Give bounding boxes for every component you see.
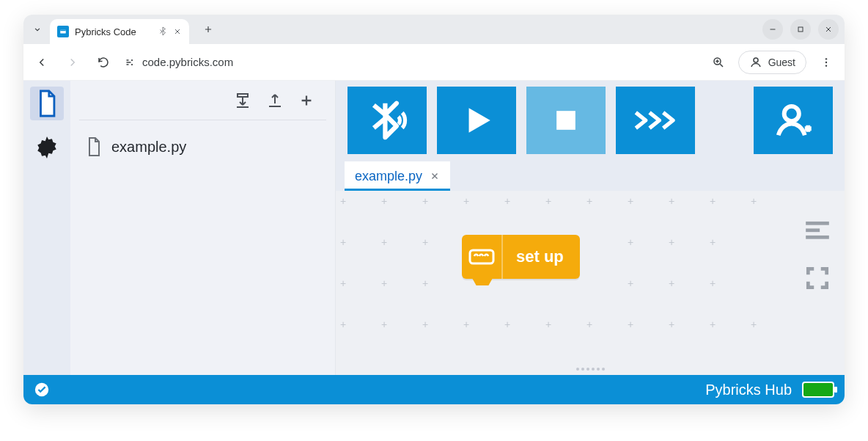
svg-point-6 [754, 58, 758, 62]
export-file-button[interactable] [266, 92, 284, 109]
repl-button[interactable] [616, 87, 695, 154]
svg-rect-17 [806, 236, 829, 239]
import-file-button[interactable] [234, 92, 251, 109]
align-button[interactable] [803, 219, 831, 241]
site-info[interactable]: code.pybricks.com [123, 56, 233, 69]
file-list: example.py [70, 120, 335, 173]
editor-tabs: example.py [336, 160, 845, 191]
browser-titlebar: Pybricks Code [23, 15, 845, 44]
profile-button[interactable]: Guest [738, 51, 806, 74]
hub-icon [462, 235, 503, 279]
reload-button[interactable] [92, 51, 114, 73]
site-settings-icon [123, 56, 136, 69]
browser-window: Pybricks Code code.pybricks.com [23, 15, 845, 404]
svg-point-13 [784, 106, 799, 121]
new-tab-button[interactable] [198, 19, 218, 40]
address-bar: code.pybricks.com Guest [23, 44, 845, 81]
file-item[interactable]: example.py [76, 129, 329, 164]
favicon-icon [57, 26, 69, 37]
play-icon [458, 102, 495, 139]
url-text: code.pybricks.com [142, 56, 233, 68]
new-file-button[interactable] [298, 92, 315, 109]
svg-rect-15 [806, 222, 829, 225]
svg-point-8 [825, 61, 827, 62]
svg-rect-11 [238, 94, 248, 97]
svg-rect-2 [798, 27, 803, 32]
editor-tab-label: example.py [355, 169, 422, 184]
battery-icon [802, 382, 834, 398]
bluetooth-indicator-icon [158, 26, 167, 37]
stop-button[interactable] [526, 87, 606, 154]
svg-point-9 [825, 65, 827, 66]
status-bar: Pybricks Hub [23, 375, 845, 404]
file-icon [85, 136, 103, 157]
editor-tab-close-icon[interactable] [430, 171, 440, 181]
back-button[interactable] [31, 51, 53, 73]
activity-bar [23, 81, 70, 375]
tab-close-icon[interactable] [173, 27, 182, 36]
run-button[interactable] [437, 87, 516, 154]
svg-rect-12 [556, 111, 575, 130]
svg-point-4 [131, 63, 133, 65]
maximize-button[interactable] [790, 19, 811, 40]
file-toolbar [79, 81, 326, 120]
svg-rect-1 [60, 30, 66, 32]
panel-drag-handle[interactable] [575, 368, 605, 373]
fullscreen-button[interactable] [803, 264, 831, 292]
svg-point-7 [825, 58, 827, 59]
setup-block[interactable]: set up [462, 235, 580, 279]
block-label: set up [503, 247, 580, 266]
stop-icon [550, 104, 582, 136]
file-explorer: example.py [70, 81, 336, 375]
profile-label: Guest [768, 57, 795, 68]
zoom-icon[interactable] [707, 51, 729, 73]
file-name: example.py [111, 139, 186, 156]
account-button[interactable] [754, 87, 833, 154]
file-icon [34, 89, 59, 118]
tab-title: Pybricks Code [75, 26, 152, 37]
action-toolbar [336, 81, 845, 160]
browser-menu-button[interactable] [815, 51, 837, 73]
main-area: example.py +++++++++++ ++++++ ++++++ +++… [336, 81, 845, 375]
close-window-button[interactable] [818, 19, 839, 40]
status-ok-icon [34, 382, 50, 398]
bluetooth-icon [364, 98, 410, 143]
settings-view-button[interactable] [30, 131, 64, 164]
svg-rect-16 [806, 228, 820, 232]
block-canvas[interactable]: +++++++++++ ++++++ ++++++ +++++++++++ se… [336, 191, 845, 375]
tab-search-dropdown[interactable] [29, 21, 45, 37]
bluetooth-connect-button[interactable] [347, 87, 427, 154]
browser-tab[interactable]: Pybricks Code [50, 19, 189, 44]
minimize-button[interactable] [762, 19, 783, 40]
files-view-button[interactable] [30, 87, 64, 120]
canvas-grid: +++++++++++ ++++++ ++++++ +++++++++++ [336, 191, 845, 375]
gear-icon [34, 134, 60, 161]
svg-rect-14 [470, 250, 493, 263]
chevrons-right-icon [632, 106, 679, 135]
svg-point-3 [131, 59, 133, 60]
hub-name: Pybricks Hub [705, 382, 792, 398]
editor-tab[interactable]: example.py [345, 161, 450, 191]
user-icon [749, 56, 762, 69]
forward-button[interactable] [62, 51, 84, 73]
window-controls [762, 19, 839, 40]
user-plus-icon [773, 101, 813, 140]
app-body: example.py [23, 81, 845, 375]
